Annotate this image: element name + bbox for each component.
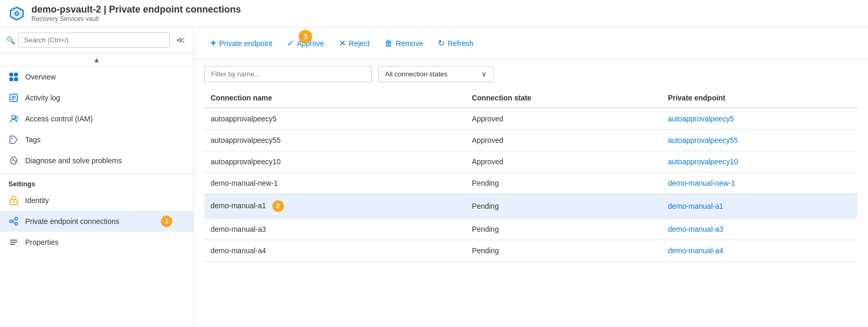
page-header: demo-psvault-2 | Private endpoint connec… xyxy=(0,0,868,27)
col-header-private-endpoint: Private endpoint xyxy=(662,88,858,108)
cell-connection-state: Pending xyxy=(466,173,662,194)
cell-connection-name: autoapprovalpeecy55 xyxy=(204,130,466,151)
filter-name-input[interactable] xyxy=(204,66,372,82)
connection-state-dropdown[interactable]: All connection states ∨ xyxy=(378,66,493,82)
remove-label: Remove xyxy=(396,39,423,48)
svg-point-21 xyxy=(15,218,18,220)
remove-button[interactable]: 🗑 Remove xyxy=(378,35,430,52)
x-icon: ✕ xyxy=(339,38,346,48)
overview-label: Overview xyxy=(25,73,56,81)
collapse-button[interactable]: ≪ xyxy=(174,33,187,47)
col-header-connection-state: Connection state xyxy=(466,88,662,108)
filter-row: All connection states ∨ xyxy=(194,60,868,88)
iam-icon xyxy=(8,114,19,124)
trash-icon: 🗑 xyxy=(384,39,393,48)
cell-private-endpoint[interactable]: demo-manual-a3 xyxy=(662,219,858,240)
sidebar-item-properties[interactable]: Properties xyxy=(0,232,193,253)
svg-marker-16 xyxy=(10,136,17,143)
sidebar-item-tags[interactable]: Tags xyxy=(0,129,193,150)
badge-3: 3 xyxy=(299,30,312,43)
cell-connection-name: demo-manual-a1 2 xyxy=(204,194,466,219)
svg-rect-27 xyxy=(10,244,15,245)
badge-1: 1 xyxy=(161,216,172,227)
iam-label: Access control (IAM) xyxy=(25,115,93,123)
table-row[interactable]: demo-manual-a3Pendingdemo-manual-a3 xyxy=(204,219,858,240)
add-private-endpoint-button[interactable]: + Private endpoint xyxy=(204,33,279,53)
content-area: + Private endpoint ✓ Approve 3 ✕ Reject … xyxy=(194,27,868,327)
search-icon: 🔍 xyxy=(6,36,15,44)
private-endpoint-label: Private endpoint connections xyxy=(25,217,119,225)
diagnose-icon xyxy=(8,155,19,166)
table-row[interactable]: autoapprovalpeecy5Approvedautoapprovalpe… xyxy=(204,108,858,130)
cell-connection-state: Pending xyxy=(466,240,662,262)
search-box: 🔍 ≪ xyxy=(0,27,193,53)
refresh-label: Refresh xyxy=(448,39,474,48)
svg-rect-7 xyxy=(14,73,18,76)
activity-log-label: Activity log xyxy=(25,94,60,102)
table-header-row: Connection name Connection state Private… xyxy=(204,88,858,108)
svg-point-20 xyxy=(10,220,13,223)
svg-rect-6 xyxy=(9,73,13,76)
connection-state-value: All connection states xyxy=(385,70,447,78)
cell-private-endpoint[interactable]: demo-manual-a4 xyxy=(662,240,858,262)
header-text: demo-psvault-2 | Private endpoint connec… xyxy=(31,4,241,22)
sidebar-item-activity-log[interactable]: Activity log xyxy=(0,87,193,108)
svg-rect-26 xyxy=(10,242,17,243)
sidebar-item-overview[interactable]: Overview xyxy=(0,66,193,87)
row-badge-4: 2 xyxy=(272,200,284,212)
table-row[interactable]: autoapprovalpeecy10Approvedautoapprovalp… xyxy=(204,151,858,173)
page-title: demo-psvault-2 | Private endpoint connec… xyxy=(31,4,241,15)
svg-rect-25 xyxy=(10,240,17,241)
refresh-button[interactable]: ↻ Refresh xyxy=(432,34,480,52)
cell-connection-name: autoapprovalpeecy5 xyxy=(204,108,466,130)
diagnose-label: Diagnose and solve problems xyxy=(25,156,122,165)
sidebar: 🔍 ≪ ▲ Overview Activity log Access contr… xyxy=(0,27,194,327)
sidebar-item-identity[interactable]: Identity xyxy=(0,190,193,211)
table-row[interactable]: autoapprovalpeecy55Approvedautoapprovalp… xyxy=(204,130,858,151)
sidebar-item-diagnose[interactable]: Diagnose and solve problems xyxy=(0,150,193,171)
identity-icon xyxy=(8,195,19,206)
svg-line-24 xyxy=(13,221,15,223)
search-input[interactable] xyxy=(18,32,170,48)
col-header-connection-name: Connection name xyxy=(204,88,466,108)
svg-point-17 xyxy=(12,138,13,139)
table-row[interactable]: demo-manual-a4Pendingdemo-manual-a4 xyxy=(204,240,858,262)
cell-connection-state: Pending xyxy=(466,194,662,219)
cell-connection-name: demo-manual-a4 xyxy=(204,240,466,262)
svg-rect-9 xyxy=(14,77,18,81)
tags-label: Tags xyxy=(25,136,41,144)
cell-private-endpoint[interactable]: autoapprovalpeecy5 xyxy=(662,108,858,130)
svg-point-3 xyxy=(16,13,18,15)
approve-button[interactable]: ✓ Approve 3 xyxy=(281,34,331,52)
svg-point-22 xyxy=(15,223,18,225)
toolbar: + Private endpoint ✓ Approve 3 ✕ Reject … xyxy=(194,27,868,60)
svg-point-19 xyxy=(13,201,15,203)
tags-icon xyxy=(8,134,19,145)
sidebar-item-private-endpoint[interactable]: Private endpoint connections 1 xyxy=(0,211,193,232)
vault-icon xyxy=(8,5,25,22)
properties-label: Properties xyxy=(25,238,59,246)
svg-line-23 xyxy=(13,219,15,221)
activity-log-icon xyxy=(8,93,19,103)
table-row[interactable]: demo-manual-a1 2Pendingdemo-manual-a1 xyxy=(204,194,858,219)
reject-button[interactable]: ✕ Reject xyxy=(333,34,376,52)
chevron-down-icon: ∨ xyxy=(481,70,487,78)
overview-icon xyxy=(8,72,19,82)
scroll-up-indicator[interactable]: ▲ xyxy=(0,53,193,66)
cell-private-endpoint[interactable]: demo-manual-new-1 xyxy=(662,173,858,194)
add-private-endpoint-label: Private endpoint xyxy=(219,39,272,48)
checkmark-icon: ✓ xyxy=(287,38,294,48)
cell-private-endpoint[interactable]: demo-manual-a1 xyxy=(662,194,858,219)
sidebar-item-iam[interactable]: Access control (IAM) xyxy=(0,108,193,129)
cell-connection-state: Approved xyxy=(466,130,662,151)
private-endpoint-icon xyxy=(8,216,19,227)
table-body: autoapprovalpeecy5Approvedautoapprovalpe… xyxy=(204,108,858,262)
main-layout: 🔍 ≪ ▲ Overview Activity log Access contr… xyxy=(0,27,868,327)
page-subtitle: Recovery Services vault xyxy=(31,15,241,22)
table-row[interactable]: demo-manual-new-1Pendingdemo-manual-new-… xyxy=(204,173,858,194)
cell-connection-name: autoapprovalpeecy10 xyxy=(204,151,466,173)
cell-private-endpoint[interactable]: autoapprovalpeecy55 xyxy=(662,130,858,151)
cell-private-endpoint[interactable]: autoapprovalpeecy10 xyxy=(662,151,858,173)
cell-connection-name: demo-manual-new-1 xyxy=(204,173,466,194)
settings-section-label: Settings xyxy=(0,173,193,190)
